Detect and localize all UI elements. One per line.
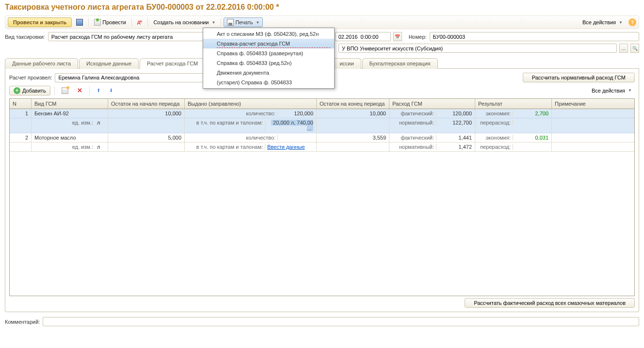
tab-source-data[interactable]: Исходные данные (79, 58, 139, 69)
cell-note (552, 118, 634, 133)
select-button[interactable]: … (619, 44, 628, 53)
cell-cards: в т.ч. по картам и талонам:Ввести данные (185, 142, 317, 152)
help-icon[interactable]: ? (628, 18, 636, 26)
create-based-button[interactable]: Создать на основании▼ (150, 18, 218, 27)
col-result[interactable]: Результат (475, 99, 552, 109)
number-input[interactable] (430, 32, 639, 41)
cell-cards: в т.ч. по картам и талонам:20,000 л, 740… (185, 118, 317, 133)
menu-item-spravka-full[interactable]: Справка ф. 0504833 (развернутая) (203, 48, 334, 58)
main-toolbar: Провести и закрыть Провести Дᴷ Создать н… (5, 16, 639, 29)
dk-icon: Дᴷ (137, 20, 142, 25)
move-down-button[interactable]: ⬇ (106, 86, 116, 95)
print-icon (227, 19, 234, 26)
tab-content: Расчет произвел: Рассчитать нормативный … (5, 69, 639, 312)
post-and-close-button[interactable]: Провести и закрыть (8, 17, 72, 27)
cell-overrun: перерасход: (475, 118, 552, 133)
dropdown-arrow-icon: ▼ (628, 88, 632, 93)
cell-note (552, 142, 634, 152)
col-start[interactable]: Остаток на начало периода (108, 99, 185, 109)
calc-norm-button[interactable]: Рассчитать нормативный расход ГСМ (523, 73, 635, 82)
grid-body: 1 Бензин АИ-92 10,000 количество:120,000… (10, 109, 634, 296)
date-input[interactable] (335, 32, 391, 41)
add-button[interactable]: +Добавить (9, 86, 50, 95)
copy-icon (62, 87, 68, 94)
table-row[interactable]: ед. изм.:л в т.ч. по картам и талонам:20… (10, 118, 634, 133)
delete-button[interactable]: ✕ (74, 85, 85, 95)
menu-item-deprecated[interactable]: (устарел) Справка ф. 0504833 (203, 78, 334, 87)
col-note[interactable]: Примечание (552, 99, 634, 109)
post-button[interactable]: Провести (91, 17, 129, 27)
cell-start: 5,000 (108, 133, 185, 142)
calendar-button[interactable]: 📅 (393, 32, 402, 41)
dropdown-arrow-icon: ▼ (619, 20, 623, 25)
cell-overrun: перерасход: (475, 142, 552, 152)
enter-data-link[interactable]: Ввести данные (265, 144, 313, 150)
cell-end: 10,000 (317, 109, 389, 118)
comment-input[interactable] (43, 317, 639, 326)
save-icon (76, 19, 83, 26)
comment-label: Комментарий: (5, 319, 40, 325)
separator (54, 86, 55, 95)
tab-worksheet-data[interactable]: Данные рабочего листа (5, 58, 78, 69)
calc-actual-all-button[interactable]: Рассчитать фактический расход всех смазо… (465, 298, 635, 308)
cell-unit: ед. изм.:л (32, 118, 108, 133)
cell-n (10, 118, 32, 133)
dropdown-arrow-icon: ▼ (256, 20, 259, 25)
col-n[interactable]: N (10, 99, 32, 109)
cell-n: 1 (10, 109, 32, 118)
table-row[interactable]: 1 Бензин АИ-92 10,000 количество:120,000… (10, 109, 634, 118)
cell-economy: экономия:2,700 (475, 109, 552, 118)
cell (317, 118, 389, 133)
col-type[interactable]: Вид ГСМ (32, 99, 108, 109)
print-button[interactable]: Печать ▼ (224, 17, 263, 27)
cell-note (552, 109, 634, 118)
plus-icon: + (14, 87, 20, 94)
number-label: Номер: (409, 34, 427, 40)
col-consume[interactable]: Расход ГСМ (389, 99, 475, 109)
calc-by-input[interactable] (55, 73, 205, 82)
table-row[interactable]: 2 Моторное масло 5,000 количество: 3,559… (10, 133, 634, 142)
cell-issued-qty: количество:120,000 (185, 109, 317, 118)
separator (147, 18, 148, 27)
calc-by-label: Расчет произвел: (9, 75, 52, 80)
page-title: Таксировка учетного листа агрегата БУ00-… (5, 3, 639, 12)
cell-actual: фактический:1,441 (389, 133, 475, 142)
arrow-down-icon: ⬇ (109, 88, 113, 93)
post-icon (94, 19, 101, 26)
menu-item-spravka-52n[interactable]: Справка ф. 0504833 (ред.52н) (203, 58, 334, 68)
dropdown-arrow-icon: ▼ (212, 20, 216, 25)
cell-end: 3,559 (317, 133, 389, 142)
menu-item-movements[interactable]: Движения документа (203, 68, 334, 78)
cell-start: 10,000 (108, 109, 185, 118)
cell (317, 142, 389, 152)
org-input[interactable] (338, 44, 617, 53)
open-button[interactable]: 🔍 (630, 44, 639, 53)
arrow-up-icon: ⬆ (97, 88, 100, 93)
cell-type: Моторное масло (32, 133, 108, 142)
copy-button[interactable] (59, 86, 71, 95)
cell-economy: экономия:0,031 (475, 133, 552, 142)
cell (108, 142, 185, 152)
print-dropdown-menu: Акт о списании МЗ (ф. 0504230), ред.52н … (203, 28, 335, 89)
tab-accounting[interactable]: Бухгалтерская операция (362, 58, 438, 69)
save-button[interactable] (73, 17, 86, 27)
cell-n (10, 142, 32, 152)
cell-issued-qty: количество: (185, 133, 317, 142)
table-row[interactable]: ед. изм.:л в т.ч. по картам и талонам:Вв… (10, 142, 634, 152)
cell-unit: ед. изм.:л (32, 142, 108, 152)
all-actions-button[interactable]: Все действия▼ (580, 18, 626, 27)
tax-type-label: Вид таксировки: (5, 34, 45, 40)
col-end[interactable]: Остаток на конец периода (317, 99, 389, 109)
menu-item-act[interactable]: Акт о списании МЗ (ф. 0504230), ред.52н (203, 29, 334, 39)
comment-row: Комментарий: (5, 317, 639, 326)
grid-all-actions-button[interactable]: Все действия▼ (589, 86, 635, 95)
tab-commission[interactable]: иссии (332, 58, 361, 69)
tab-fuel-calc[interactable]: Расчет расхода ГСМ (140, 58, 205, 69)
cell-n: 2 (10, 133, 32, 142)
move-up-button[interactable]: ⬆ (94, 86, 103, 95)
separator (88, 18, 89, 27)
debit-credit-button[interactable]: Дᴷ (134, 18, 145, 26)
menu-item-spravka-raschet[interactable]: Справка-расчет расхода ГСМ (203, 39, 334, 48)
cell (108, 118, 185, 133)
col-issued[interactable]: Выдано (заправлено) (185, 99, 317, 109)
